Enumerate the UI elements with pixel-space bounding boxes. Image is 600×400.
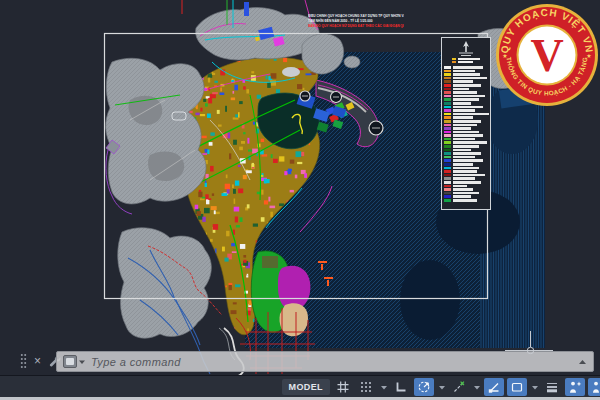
lineweight-icon [545,380,559,394]
legend-row [444,73,488,76]
palette-grip-handle[interactable] [20,353,27,368]
legend-color-swatch [444,70,451,73]
legend-panel [441,37,491,210]
osnap-tracking-button[interactable] [449,378,469,396]
legend-color-swatch [444,177,451,180]
command-palette-controls: × [20,353,61,368]
close-icon[interactable]: × [34,355,41,367]
legend-label-bar [453,177,475,180]
chevron-down-icon [438,383,446,391]
object-snap-icon [487,380,501,394]
snap-dropdown-button[interactable] [379,378,388,396]
legend-color-swatch [444,174,451,177]
legend-row [444,195,488,198]
legend-color-swatch [444,188,451,191]
polar-tracking-icon [417,380,431,394]
legend-row [444,131,488,134]
legend-label-bar [453,77,487,80]
command-history-arrow-icon[interactable] [578,358,587,366]
legend-row [444,156,488,159]
legend-color-swatch [444,185,451,188]
legend-row [444,98,488,101]
legend-label-bar [453,185,467,188]
legend-label-bar [453,188,473,191]
grid-display-button[interactable] [333,378,353,396]
legend-row [444,116,488,119]
annotation-visibility-icon [591,380,600,394]
legend-label-bar [453,199,477,202]
legend-row [444,181,488,184]
gray-hills [106,58,206,214]
legend-color-swatch [444,163,451,166]
legend-row [444,91,488,94]
legend-label-bar [453,134,483,137]
command-dropdown-caret-icon[interactable] [78,358,86,366]
command-prompt-icon[interactable] [63,355,77,368]
legend-label-bar [453,116,473,119]
legend-color-swatch [444,106,451,109]
logo-center-letter: V [530,30,563,81]
legend-label-bar [453,70,475,73]
legend-row [444,167,488,170]
legend-color-swatch [444,109,451,112]
legend-row [444,149,488,152]
cad-window: ĐIỀU CHỈNH QUY HOẠCH CHUNG XÂY DỰNG TP Q… [0,0,600,400]
object-snap-button[interactable] [484,378,504,396]
legend-label-bar [453,95,485,98]
legend-row [444,77,488,80]
annotation-visibility-button[interactable] [588,378,600,396]
command-line-bar[interactable] [56,351,594,372]
legend-color-swatch [444,66,451,69]
legend-color-swatch [444,159,451,162]
legend-label-bar [453,181,481,184]
annotation-scale-button[interactable] [565,378,585,396]
legend-label-bar [453,109,475,112]
drawing-title-block: ĐIỀU CHỈNH QUY HOẠCH CHUNG XÂY DỰNG TP Q… [308,14,404,28]
dynamic-input-dropdown-button[interactable] [530,378,539,396]
legend-label-bar [453,66,483,69]
lineweight-button[interactable] [542,378,562,396]
dynamic-input-button[interactable] [507,378,527,396]
legend-color-swatch [444,88,451,91]
logo-star-left: ★ [502,53,507,59]
legend-label-bar [453,159,483,162]
legend-color-swatch [444,152,451,155]
legend-row [444,66,488,69]
legend-row [444,163,488,166]
ortho-button[interactable] [391,378,411,396]
status-bar: MODEL [0,375,600,397]
snap-icon [359,380,373,394]
legend-row [444,106,488,109]
dynamic-input-icon [510,380,524,394]
legend-row [444,159,488,162]
legend-row [444,113,488,116]
legend-color-swatch [444,131,451,134]
legend-row [444,174,488,177]
ortho-icon [394,380,408,394]
legend-color-swatch [444,167,451,170]
command-input[interactable] [91,356,578,368]
legend-color-swatch [444,181,451,184]
polar-tracking-button[interactable] [414,378,434,396]
legend-color-swatch [444,170,451,173]
snap-mode-button[interactable] [356,378,376,396]
legend-color-swatch [444,80,451,83]
legend-color-swatch [444,116,451,119]
chevron-down-icon [531,383,539,391]
legend-label-bar [453,124,477,127]
polar-dropdown-button[interactable] [437,378,446,396]
legend-row [444,192,488,195]
legend-row [444,70,488,73]
model-button[interactable]: MODEL [282,379,331,395]
legend-color-swatch [444,98,451,101]
legend-label-bar [453,174,485,177]
legend-color-swatch [444,84,451,87]
legend-color-swatch [444,77,451,80]
legend-color-swatch [444,141,451,144]
legend-row [444,185,488,188]
legend-label-bar [453,149,471,152]
osnap-tracking-dropdown-button[interactable] [472,378,481,396]
legend-row [444,84,488,87]
legend-row [444,88,488,91]
osnap-tracking-icon [452,380,466,394]
